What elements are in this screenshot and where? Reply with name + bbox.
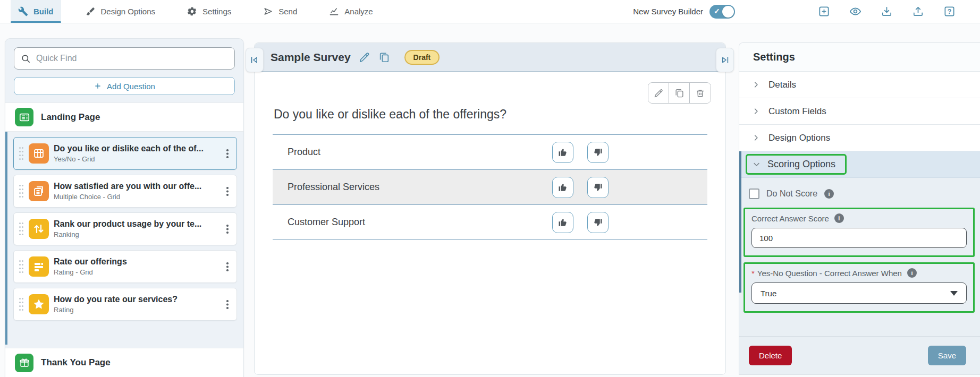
tab-send[interactable]: Send: [256, 0, 305, 23]
question-type-icon: [29, 256, 49, 277]
correct-answer-when-group: * Yes-No Question - Correct Answer When …: [744, 262, 975, 313]
delete-button[interactable]: Delete: [749, 346, 792, 365]
edit-survey-title-button[interactable]: [359, 52, 370, 63]
tab-analyze[interactable]: Analyze: [322, 0, 380, 23]
thumbs-down-button[interactable]: [587, 212, 609, 233]
question-item-yes-no-grid[interactable]: Do you like or dislike each of the of...…: [13, 137, 237, 170]
correct-answer-when-label: Yes-No Question - Correct Answer When: [757, 269, 902, 278]
section-design-options-label: Design Options: [768, 133, 830, 143]
chart-line-icon: [329, 6, 339, 16]
question-menu-button[interactable]: [224, 148, 231, 159]
drag-handle[interactable]: [19, 260, 24, 273]
question-text: How satisfied are you with our offe... M…: [54, 182, 219, 201]
download-button[interactable]: [881, 5, 893, 18]
required-asterisk: *: [751, 269, 755, 278]
thank-you-page-icon: [15, 354, 33, 372]
tab-build[interactable]: Build: [11, 0, 61, 23]
thumbs-down-icon: [593, 147, 603, 158]
question-menu-button[interactable]: [224, 223, 231, 235]
thumbs-up-button[interactable]: [552, 177, 573, 198]
question-text: How do you rate our services? Rating: [54, 295, 219, 314]
section-custom-fields[interactable]: Custom Fields: [739, 98, 980, 125]
question-title: How satisfied are you with our offe...: [54, 182, 219, 191]
chevron-down-icon: [753, 160, 761, 168]
copy-survey-button[interactable]: [378, 52, 390, 63]
tab-analyze-label: Analyze: [344, 7, 373, 16]
question-item-rating-grid[interactable]: Rate our offerings Rating - Grid: [13, 250, 237, 283]
nav-right: New Survey Builder ?: [633, 5, 980, 19]
sidebar-top: Add Question: [5, 39, 243, 102]
nav-tabs: Build Design Options Settings Send Analy…: [11, 0, 381, 23]
paintbrush-icon: [86, 6, 96, 16]
question-item-multiple-choice-grid[interactable]: How satisfied are you with our offe... M…: [13, 175, 237, 208]
collapse-left-icon: [249, 55, 260, 65]
drag-handle[interactable]: [19, 297, 24, 311]
do-not-score-checkbox[interactable]: [749, 188, 759, 199]
new-survey-builder-toggle[interactable]: [709, 5, 735, 19]
thumbs-down-icon: [593, 182, 603, 193]
delete-question-button[interactable]: [690, 83, 711, 103]
section-scoring-options[interactable]: Scoring Options: [739, 151, 980, 178]
preview-eye-icon: [849, 5, 861, 18]
correct-answer-score-label: Correct Answer Score: [751, 214, 829, 223]
tab-build-label: Build: [33, 7, 54, 16]
info-icon[interactable]: [834, 213, 844, 223]
correct-answer-score-input[interactable]: [751, 228, 967, 248]
upload-button[interactable]: [912, 5, 924, 18]
question-menu-button[interactable]: [224, 261, 231, 272]
collapse-left-panel-button[interactable]: [246, 48, 264, 72]
edit-question-button[interactable]: [648, 83, 669, 103]
question-menu-button[interactable]: [224, 298, 231, 310]
section-custom-fields-label: Custom Fields: [768, 106, 826, 117]
thumbs-down-button[interactable]: [587, 177, 609, 198]
edit-pencil-icon: [359, 52, 370, 63]
drag-handle[interactable]: [19, 222, 24, 236]
tab-settings[interactable]: Settings: [180, 0, 239, 23]
question-item-rating[interactable]: How do you rate our services? Rating: [13, 288, 237, 321]
thumbs-up-button[interactable]: [552, 212, 573, 233]
gift-icon: [19, 357, 30, 369]
help-icon: ?: [943, 5, 956, 18]
correct-answer-when-label-row: * Yes-No Question - Correct Answer When: [751, 268, 967, 278]
question-title: Rank our product usage by your te...: [54, 219, 219, 229]
collapse-right-panel-button[interactable]: [716, 48, 734, 72]
question-title: How do you rate our services?: [54, 295, 219, 304]
question-menu-button[interactable]: [224, 185, 231, 197]
correct-answer-when-select[interactable]: True: [751, 282, 967, 304]
thank-you-page-row[interactable]: Thank You Page: [5, 348, 243, 377]
nav-icon-buttons: ?: [818, 5, 956, 18]
tab-design-options[interactable]: Design Options: [78, 0, 163, 23]
search-input[interactable]: [36, 54, 228, 63]
thumbs-up-button[interactable]: [552, 142, 573, 163]
question-list: Do you like or dislike each of the of...…: [5, 132, 243, 348]
correct-answer-score-label-row: Correct Answer Score: [751, 213, 967, 223]
section-details[interactable]: Details: [739, 72, 980, 98]
save-button[interactable]: Save: [928, 346, 966, 365]
add-question-button[interactable]: Add Question: [14, 77, 235, 95]
svg-text:?: ?: [948, 8, 952, 15]
thumbs-down-button[interactable]: [587, 142, 609, 163]
settings-panel-title: Settings: [739, 43, 980, 72]
drag-handle[interactable]: [19, 184, 24, 198]
quick-find-search[interactable]: [14, 47, 235, 70]
preview-button[interactable]: [849, 5, 861, 18]
do-not-score-label: Do Not Score: [766, 189, 817, 199]
help-button[interactable]: ?: [943, 5, 956, 18]
info-icon[interactable]: [907, 268, 917, 278]
tab-design-options-label: Design Options: [101, 7, 156, 16]
info-icon[interactable]: [824, 189, 834, 199]
add-button[interactable]: [818, 5, 830, 18]
question-toolbar: [648, 82, 711, 104]
new-survey-builder-label: New Survey Builder: [633, 7, 703, 16]
pages-icon: [32, 185, 45, 198]
question-type: Multiple Choice - Grid: [54, 193, 219, 201]
question-item-ranking[interactable]: Rank our product usage by your te... Ran…: [13, 212, 237, 245]
copy-question-button[interactable]: [669, 83, 690, 103]
thumbs-up-icon: [557, 147, 568, 158]
landing-page-row[interactable]: Landing Page: [5, 102, 243, 132]
row-actions: [552, 142, 609, 163]
question-type-icon: [29, 219, 49, 239]
question-type: Rating - Grid: [54, 268, 219, 276]
section-design-options[interactable]: Design Options: [739, 125, 980, 151]
drag-handle[interactable]: [19, 147, 24, 160]
